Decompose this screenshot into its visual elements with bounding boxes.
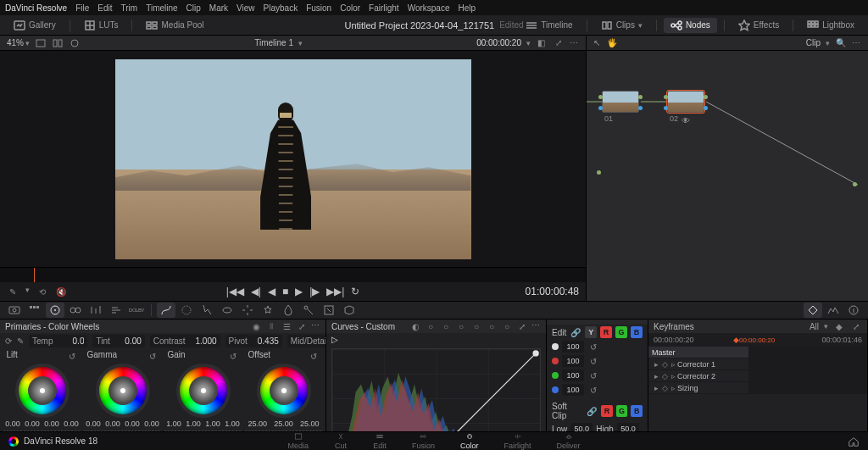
viewer-timeline-label[interactable]: Timeline 1 <box>254 38 293 47</box>
reset-icon[interactable]: ↺ <box>66 350 78 362</box>
temp-input[interactable] <box>55 336 84 346</box>
pivot-input[interactable] <box>250 336 279 346</box>
viewer-mode-icon[interactable]: ◧ <box>536 37 548 49</box>
softclip-green[interactable]: G <box>616 405 628 417</box>
wheels-mode-icon[interactable]: ◉ <box>250 320 262 332</box>
3d-icon[interactable] <box>340 303 359 318</box>
menu-clip[interactable]: Clip <box>186 3 201 13</box>
first-frame-button[interactable]: |◀◀ <box>226 286 244 297</box>
media-pool-button[interactable]: Media Pool <box>139 18 210 33</box>
page-edit[interactable]: Edit <box>373 432 387 450</box>
clip-timecode[interactable]: 01:00:00:48 <box>526 286 579 297</box>
expand-panel-icon[interactable]: ⤢ <box>850 320 862 332</box>
bars-mode-icon[interactable]: ⦀ <box>265 320 277 332</box>
mute-icon[interactable]: 🔇 <box>55 286 67 297</box>
hue-vs-hue-icon[interactable]: ○ <box>425 320 437 332</box>
info-icon[interactable] <box>844 303 863 318</box>
color-warper-icon[interactable] <box>177 303 196 318</box>
dolby-vision-icon[interactable]: DOLBY <box>127 303 146 318</box>
color-wheel-offset[interactable] <box>257 364 311 418</box>
spline-tool-icon[interactable]: ▷ <box>331 335 338 344</box>
wheel-values[interactable]: 25.0025.0025.00 <box>245 419 323 428</box>
intensity-luma[interactable]: 100 <box>562 341 584 353</box>
qualifier-icon[interactable] <box>198 303 216 318</box>
last-frame-button[interactable]: ▶▶| <box>326 286 344 297</box>
reset-icon[interactable]: ↺ <box>587 341 599 353</box>
viewer-options-icon[interactable]: ⋯ <box>570 38 579 47</box>
node-scope-dropdown[interactable]: Clip <box>806 38 821 47</box>
graph-output-dot[interactable] <box>853 182 857 186</box>
page-fairlight[interactable]: Fairlight <box>504 432 531 450</box>
luts-button[interactable]: LUTs <box>77 18 125 33</box>
viewer-canvas[interactable] <box>0 51 586 267</box>
pick-white-icon[interactable]: ✎ <box>17 335 24 347</box>
play-button[interactable]: ▶ <box>295 286 303 297</box>
loop-button[interactable]: ↻ <box>351 286 359 297</box>
stop-button[interactable]: ■ <box>282 286 288 297</box>
node-options-icon[interactable]: ⋯ <box>852 38 861 47</box>
lum-vs-sat-icon[interactable]: ○ <box>470 320 482 332</box>
page-deliver[interactable]: Deliver <box>557 432 581 450</box>
softclip-red[interactable]: R <box>601 405 613 417</box>
motion-effects-icon[interactable] <box>107 303 125 318</box>
wheel-values[interactable]: 0.000.000.000.00 <box>3 419 81 428</box>
curves-icon[interactable] <box>157 303 175 318</box>
kf-mode-icon[interactable]: ◆ <box>833 320 845 332</box>
menu-color[interactable]: Color <box>340 3 360 13</box>
page-cut[interactable]: Cut <box>334 432 348 450</box>
reset-icon[interactable]: ↺ <box>308 350 320 362</box>
wheel-values[interactable]: 0.000.000.000.00 <box>84 419 162 428</box>
reset-icon[interactable]: ↺ <box>587 355 599 367</box>
channel-luma[interactable]: Y <box>585 326 597 338</box>
scopes-icon[interactable] <box>824 303 843 318</box>
playhead-icon[interactable] <box>34 268 35 282</box>
blur-icon[interactable] <box>279 303 298 318</box>
color-wheel-gamma[interactable] <box>96 364 150 418</box>
intensity-blue[interactable]: 100 <box>562 384 584 396</box>
image-wipe-icon[interactable] <box>35 37 47 49</box>
viewer-expand-icon[interactable]: ⤢ <box>553 37 565 49</box>
graph-input-dot[interactable] <box>597 170 601 175</box>
effects-button[interactable]: Effects <box>732 18 786 33</box>
rgb-mixer-icon[interactable] <box>86 303 105 318</box>
softclip-blue[interactable]: B <box>631 405 643 417</box>
panel-options-icon[interactable]: ⋯ <box>311 320 320 332</box>
page-media[interactable]: Media <box>287 432 309 450</box>
keyframe-lane[interactable] <box>748 370 867 382</box>
panel-options-icon[interactable]: ⋯ <box>531 320 541 332</box>
pointer-tool-icon[interactable]: ↖ <box>593 38 600 47</box>
wheel-values[interactable]: 1.001.001.001.00 <box>164 419 242 428</box>
channel-blue[interactable]: B <box>631 326 643 338</box>
channel-green[interactable]: G <box>615 326 627 338</box>
hue-vs-sat-icon[interactable]: ○ <box>440 320 452 332</box>
hue-vs-lum-icon[interactable]: ○ <box>455 320 467 332</box>
reset-icon[interactable]: ↺ <box>147 350 159 362</box>
menu-timeline[interactable]: Timeline <box>146 3 177 13</box>
menu-app[interactable]: DaVinci Resolve <box>5 3 67 13</box>
prev-clip-button[interactable]: ◀| <box>251 286 261 297</box>
color-checker-icon[interactable] <box>25 303 44 318</box>
menu-trim[interactable]: Trim <box>121 3 138 13</box>
menu-fusion[interactable]: Fusion <box>306 3 331 13</box>
zoom-dropdown[interactable]: 41%▾ <box>7 38 30 47</box>
page-color[interactable]: Color <box>460 432 479 450</box>
menu-playback[interactable]: Playback <box>264 3 298 13</box>
intensity-green[interactable]: 100 <box>562 369 584 381</box>
color-wheels-icon[interactable] <box>46 303 64 318</box>
page-fusion[interactable]: Fusion <box>412 432 435 450</box>
unmix-icon[interactable]: ⟲ <box>36 286 48 297</box>
link-icon[interactable]: 🔗 <box>587 405 598 417</box>
keyframes-filter[interactable]: All <box>810 322 819 331</box>
viewer-scrub-bar[interactable] <box>0 267 586 282</box>
home-button[interactable] <box>848 436 860 447</box>
split-screen-icon[interactable] <box>52 37 64 49</box>
node-zoom-icon[interactable]: 🔍 <box>835 37 847 49</box>
custom-curve-icon[interactable]: ◐ <box>409 320 421 332</box>
pan-tool-icon[interactable]: 🖐 <box>607 38 617 47</box>
keyframe-lane[interactable] <box>748 347 867 358</box>
menu-mark[interactable]: Mark <box>209 3 228 13</box>
lightbox-button[interactable]: Lightbox <box>800 18 861 33</box>
keyframe-lane[interactable] <box>748 358 867 370</box>
color-wheel-lift[interactable] <box>15 364 70 418</box>
menu-help[interactable]: Help <box>458 3 476 13</box>
